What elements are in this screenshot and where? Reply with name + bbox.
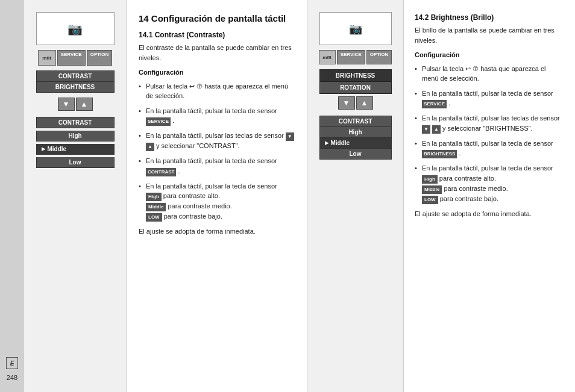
service-badge-right: SERVICE xyxy=(422,100,447,108)
right-service-button[interactable]: SERVICE xyxy=(337,50,365,64)
main-container: 📷 mflt SERVICE OPTION CONTRAST BRIGHTNES… xyxy=(24,0,575,392)
right-device-panel: 📷 mflt SERVICE OPTION BRIGHTNESS ROTATIO… xyxy=(307,0,404,392)
left-arrow-up-button[interactable]: ▲ xyxy=(76,98,93,111)
config-title-left: Configuración xyxy=(139,67,295,78)
step-3-right: En la pantalla táctil, pulsar las teclas… xyxy=(415,113,564,134)
step-5-right: En la pantalla táctil, pulsar la tecla d… xyxy=(415,163,564,204)
step-4-right: En la pantalla táctil, pulsar la tecla d… xyxy=(415,138,564,159)
e-badge: E xyxy=(6,357,18,369)
right-device-screen: 📷 xyxy=(319,12,392,45)
left-text-column: 14 Configuración de pantalla táctil 14.1… xyxy=(127,0,307,392)
left-menu-block: CONTRAST BRIGHTNESS xyxy=(36,70,115,93)
right-contrast-block: CONTRAST High Middle Low xyxy=(319,116,392,160)
high-badge-right: High xyxy=(422,175,438,184)
middle-badge-left: Middle xyxy=(146,203,166,211)
left-strip: E 248 xyxy=(0,0,24,392)
footer-left: El ajuste se adopta de forma inmediata. xyxy=(139,226,295,237)
right-text-column: 14.2 Brightness (Brillo) El brillo de la… xyxy=(404,0,575,392)
middle-badge-right: Middle xyxy=(422,185,442,194)
right-brightness-item[interactable]: BRIGHTNESS xyxy=(319,69,392,82)
step-3-left: En la pantalla táctil, pulsar las teclas… xyxy=(139,131,295,151)
left-contrast-middle[interactable]: Middle xyxy=(36,144,115,155)
step-1-left: Pulsar la tecla ↩ ⑦ hasta que aparezca e… xyxy=(139,81,295,101)
right-option-button[interactable]: OPTION xyxy=(366,50,392,64)
camera-icon: 📷 xyxy=(68,22,83,36)
left-device-panel: 📷 mflt SERVICE OPTION CONTRAST BRIGHTNES… xyxy=(24,0,127,392)
down-badge-right: ▼ xyxy=(422,125,430,134)
left-contrast-menu-item[interactable]: CONTRAST xyxy=(36,70,115,82)
left-arrow-down-button[interactable]: ▼ xyxy=(58,98,75,111)
right-section: 📷 mflt SERVICE OPTION BRIGHTNESS ROTATIO… xyxy=(307,0,575,392)
left-contrast-high[interactable]: High xyxy=(36,131,115,142)
low-badge-right: LOW xyxy=(422,196,438,204)
content-area: 14 Configuración de pantalla táctil 14.1… xyxy=(127,0,575,392)
chapter-title: 14 Configuración de pantalla táctil xyxy=(139,13,295,23)
right-contrast-middle[interactable]: Middle xyxy=(319,138,392,149)
step-2-right: En la pantalla táctil, pulsar la tecla d… xyxy=(415,89,564,109)
config-title-right: Configuración xyxy=(415,50,564,60)
right-rotation-item[interactable]: ROTATION xyxy=(319,82,392,94)
right-brightness-rotation-block: BRIGHTNESS ROTATION xyxy=(319,69,392,94)
service-badge-1: SERVICE xyxy=(146,117,171,126)
step-4-left: En la pantalla táctil, pulsar la tecla d… xyxy=(139,156,295,176)
left-mflt-icon: mflt xyxy=(38,50,56,66)
step-1-right: Pulsar la tecla ↩ ⑦ hasta que aparezca e… xyxy=(415,64,564,84)
up-badge-right: ▲ xyxy=(432,125,441,134)
left-contrast-label: CONTRAST xyxy=(36,117,115,128)
down-badge-1: ▼ xyxy=(286,132,294,141)
right-service-option-row: mflt SERVICE OPTION xyxy=(319,50,392,64)
right-mflt-icon: mflt xyxy=(319,50,336,64)
section-intro-right: El brillo de la pantalla se puede cambia… xyxy=(415,25,564,45)
camera-icon-right: 📷 xyxy=(349,22,362,36)
page-number: 248 xyxy=(7,374,17,381)
steps-list-left: Pulsar la tecla ↩ ⑦ hasta que aparezca e… xyxy=(139,81,295,222)
step-2-left: En la pantalla táctil, pulsar la tecla d… xyxy=(139,106,295,126)
left-device-screen: 📷 xyxy=(36,12,115,45)
brightness-badge-right: BRIGHTNESS xyxy=(422,150,457,158)
section-intro: El contraste de la pantalla se puede cam… xyxy=(139,43,295,63)
left-option-button[interactable]: OPTION xyxy=(87,50,113,66)
left-contrast-low[interactable]: Low xyxy=(36,157,115,168)
contrast-badge-1: CONTRAST xyxy=(146,168,176,176)
left-service-option-row: mflt SERVICE OPTION xyxy=(38,50,113,66)
steps-list-right: Pulsar la tecla ↩ ⑦ hasta que aparezca e… xyxy=(415,64,564,204)
low-badge-left: LOW xyxy=(146,213,162,222)
right-arrow-row: ▼ ▲ xyxy=(338,96,373,110)
right-contrast-label: CONTRAST xyxy=(319,116,392,127)
right-arrow-up-button[interactable]: ▲ xyxy=(356,96,373,110)
footer-right: El ajuste se adopta de forma inmediata. xyxy=(415,209,564,219)
up-badge-1: ▲ xyxy=(146,143,154,151)
section-title-14-2: 14.2 Brightness (Brillo) xyxy=(415,13,564,22)
e-badge-label: E xyxy=(10,360,14,367)
right-contrast-low[interactable]: Low xyxy=(319,149,392,160)
left-brightness-menu-item[interactable]: BRIGHTNESS xyxy=(36,82,115,93)
section-title-14-1: 14.1 Contrast (Contraste) xyxy=(139,31,295,39)
high-badge-left: High xyxy=(146,193,162,201)
step-5-left: En la pantalla táctil, pulsar la tecla d… xyxy=(139,181,295,222)
right-arrow-down-button[interactable]: ▼ xyxy=(338,96,355,110)
left-arrow-row: ▼ ▲ xyxy=(58,98,93,111)
right-contrast-high[interactable]: High xyxy=(319,127,392,138)
left-service-button[interactable]: SERVICE xyxy=(57,50,86,66)
